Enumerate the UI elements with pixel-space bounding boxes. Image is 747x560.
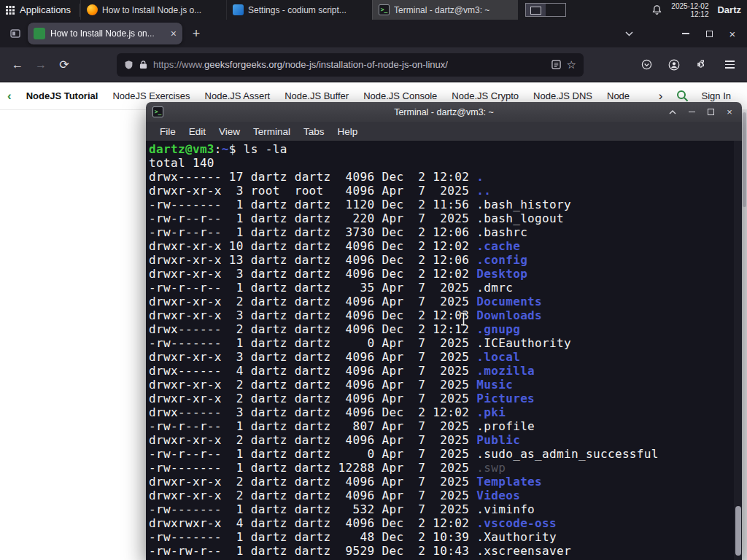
browser-tab[interactable]: How to Install Node.js on... × — [28, 23, 182, 44]
workspace-1[interactable] — [526, 4, 546, 16]
listing-filename: .bashrc — [476, 225, 527, 239]
listing-row: -rw-r--r-- 1 dartz dartz 0 Apr 7 2025 .s… — [149, 447, 732, 461]
terminal-output-area[interactable]: dartz@vm3:~$ ls -la total 140 drwx------… — [146, 141, 742, 560]
listing-filename: .dmrc — [476, 281, 513, 295]
reader-mode-icon[interactable] — [551, 60, 561, 69]
applications-menu-button[interactable]: Applications — [0, 0, 80, 20]
listing-row: -rw-r--r-- 1 dartz dartz 220 Apr 7 2025 … — [149, 211, 732, 225]
site-nav-link[interactable]: NodeJS Tutorial — [26, 90, 98, 101]
listing-row: -rw-r--r-- 1 dartz dartz 35 Apr 7 2025 .… — [149, 281, 732, 295]
terminal-menu-item[interactable]: File — [153, 125, 182, 139]
tab-title: How to Install Node.js on... — [50, 28, 166, 39]
bookmark-star-icon[interactable]: ☆ — [567, 58, 576, 71]
terminal-minimize-button[interactable] — [686, 106, 697, 118]
listing-meta: drwxr-xr-x 10 dartz dartz 4096 Dec 2 12:… — [149, 239, 476, 253]
listing-meta: -rw------- 1 dartz dartz 1120 Dec 2 11:5… — [149, 198, 476, 211]
listing-filename: .config — [476, 253, 527, 267]
terminal-menubar: FileEditViewTerminalTabsHelp — [146, 122, 742, 141]
terminal-scrollbar-thumb[interactable] — [735, 506, 741, 556]
pocket-icon[interactable] — [635, 53, 658, 77]
taskbar-window-button[interactable]: How to Install Node.js o... — [80, 0, 226, 20]
terminal-window: Terminal - dartz@vm3: ~ × FileEditViewTe… — [146, 102, 742, 560]
applications-label: Applications — [20, 4, 71, 15]
window-minimize-button[interactable] — [674, 23, 697, 44]
window-icon — [379, 4, 390, 15]
listing-row: drwxr-xr-x 3 dartz dartz 4096 Apr 7 2025… — [149, 350, 732, 364]
listing-row: drwxr-xr-x 3 dartz dartz 4096 Dec 2 12:0… — [149, 267, 732, 281]
account-icon[interactable] — [662, 53, 686, 77]
window-title: Terminal - dartz@vm3: ~ — [394, 5, 489, 15]
workspace-switcher[interactable] — [525, 3, 566, 17]
listing-filename: .mozilla — [476, 364, 535, 378]
listing-filename: .sudo_as_admin_successful — [476, 447, 659, 461]
site-nav-link[interactable]: Node — [607, 90, 630, 101]
listing-row: drwxr-xr-x 2 dartz dartz 4096 Apr 7 2025… — [149, 295, 732, 308]
panel-status-area: 2025-12-02 12:12 Dartz — [651, 2, 747, 18]
workspace-2[interactable] — [546, 4, 565, 16]
terminal-menu-item[interactable]: Tabs — [297, 125, 331, 139]
listing-meta: drwxr-xr-x 3 dartz dartz 4096 Dec 2 12:0… — [149, 267, 476, 281]
listing-meta: drwx------ 3 dartz dartz 4096 Dec 2 12:0… — [149, 405, 476, 419]
terminal-menu-item[interactable]: Terminal — [247, 125, 297, 139]
new-tab-button[interactable]: + — [187, 24, 206, 43]
site-nav-link[interactable]: Node.JS Buffer — [285, 90, 349, 101]
site-nav-link[interactable]: Node.JS Console — [363, 90, 437, 101]
terminal-scrollbar[interactable] — [734, 141, 742, 560]
site-nav-link[interactable]: Node.JS DNS — [533, 90, 592, 101]
listing-filename: Pictures — [476, 392, 535, 405]
listing-filename: Music — [476, 378, 513, 392]
taskbar-window-list: How to Install Node.js o... Settings - c… — [80, 0, 518, 20]
list-all-tabs-icon[interactable] — [619, 23, 639, 44]
panel-clock[interactable]: 2025-12-02 12:12 — [671, 2, 708, 18]
notification-bell-icon[interactable] — [651, 4, 662, 15]
listing-row: -rw------- 1 dartz dartz 1120 Dec 2 11:5… — [149, 198, 732, 211]
panel-user-label[interactable]: Dartz — [717, 4, 741, 15]
extensions-icon[interactable] — [690, 53, 713, 77]
site-nav-link[interactable]: Node.JS Crypto — [452, 90, 519, 101]
nav-scroll-left-icon[interactable]: ‹ — [7, 90, 12, 102]
sign-in-button[interactable]: Sign In — [702, 90, 731, 101]
reload-button[interactable]: ⟳ — [53, 53, 76, 77]
terminal-title: Terminal - dartz@vm3: ~ — [146, 107, 742, 117]
terminal-menu-item[interactable]: View — [212, 125, 247, 139]
listing-meta: drwxr-xr-x 2 dartz dartz 4096 Apr 7 2025 — [149, 433, 476, 447]
listing-filename: .bash_logout — [476, 211, 564, 225]
nav-scroll-right-icon[interactable]: › — [659, 90, 663, 102]
taskbar-window-button[interactable]: Terminal - dartz@vm3: ~ — [372, 0, 518, 20]
listing-row: drwx------ 3 dartz dartz 4096 Dec 2 12:0… — [149, 405, 732, 419]
site-nav-link[interactable]: NodeJS Exercises — [112, 90, 190, 101]
firefox-view-button[interactable] — [6, 24, 25, 43]
terminal-maximize-button[interactable] — [705, 106, 716, 118]
listing-filename: .pki — [476, 405, 506, 419]
forward-button[interactable]: → — [29, 53, 53, 77]
listing-filename: . — [476, 170, 484, 184]
menu-hamburger-icon[interactable] — [718, 53, 741, 77]
listing-meta: -rw-r--r-- 1 dartz dartz 0 Apr 7 2025 — [149, 447, 476, 461]
listing-meta: drwxr-xr-x 2 dartz dartz 4096 Apr 7 2025 — [149, 295, 476, 308]
site-search-icon[interactable] — [676, 90, 689, 102]
window-restore-button[interactable] — [697, 23, 721, 44]
terminal-menu-item[interactable]: Edit — [182, 125, 212, 139]
site-nav-link[interactable]: Node.JS Assert — [205, 90, 271, 101]
window-close-button[interactable]: × — [721, 23, 744, 44]
taskbar-window-button[interactable]: Settings - codium script... — [226, 0, 372, 20]
back-button[interactable]: ← — [6, 53, 29, 77]
terminal-window-controls: × — [667, 106, 735, 118]
browser-scrollbar[interactable] — [742, 110, 747, 560]
terminal-rollup-icon[interactable] — [667, 106, 678, 118]
tab-close-icon[interactable]: × — [171, 28, 177, 39]
site-nav-right: › Sign In — [659, 90, 731, 102]
terminal-menu-item[interactable]: Help — [331, 125, 365, 139]
terminal-titlebar[interactable]: Terminal - dartz@vm3: ~ × — [146, 102, 742, 122]
listing-meta: drwxr-xr-x 3 dartz dartz 4096 Dec 2 12:0… — [149, 308, 476, 322]
listing-meta: drwx------ 2 dartz dartz 4096 Dec 2 12:1… — [149, 322, 476, 336]
listing-meta: drwx------ 17 dartz dartz 4096 Dec 2 12:… — [149, 170, 476, 184]
window-title: Settings - codium script... — [248, 5, 347, 15]
lock-icon[interactable] — [139, 60, 147, 69]
listing-row: -rw-r--r-- 1 dartz dartz 807 Apr 7 2025 … — [149, 419, 732, 433]
tracking-protection-shield-icon[interactable] — [124, 60, 133, 70]
url-bar[interactable]: https://www.geeksforgeeks.org/node-js/in… — [117, 53, 584, 77]
listing-meta: -rw------- 1 dartz dartz 12288 Apr 7 202… — [149, 461, 476, 475]
terminal-close-button[interactable]: × — [724, 106, 735, 118]
listing-meta: drwxr-xr-x 2 dartz dartz 4096 Apr 7 2025 — [149, 489, 476, 502]
